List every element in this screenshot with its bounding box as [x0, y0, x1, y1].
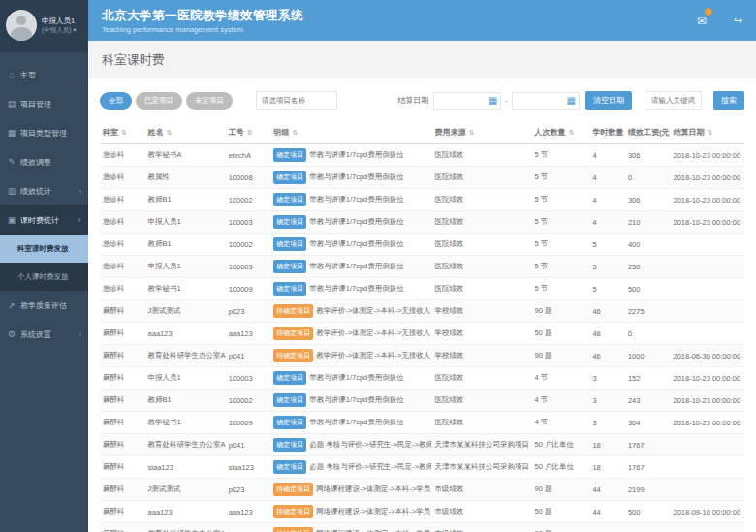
cell-salary: 1767 — [625, 434, 671, 456]
column-header[interactable]: 科室⇅ — [100, 121, 145, 144]
table-row[interactable]: 急诊科教属性100008确定项目带教与讲课1/7cpd费用倒拨位医院绩效5 节4… — [100, 167, 744, 189]
table-row[interactable]: 急诊科教学秘书1100009确定项目带教与讲课1/7cpd费用倒拨位医院绩效5 … — [100, 278, 744, 300]
sort-icon[interactable]: ⇅ — [247, 129, 253, 136]
table-row[interactable]: 麻醉科教育处科研学生办公室Ap041确定项目必题 考核与评价->研究生->民定-… — [100, 434, 744, 456]
cell-name: 申报人员1 — [145, 211, 226, 234]
cell-name: 教育处科研学生办公室A — [145, 345, 226, 367]
cell-quantity: 4 节 — [532, 367, 590, 390]
cell-cost-source: 医院绩效 — [431, 412, 531, 434]
table-row[interactable]: 急诊科申报人员1100003确定项目带教与讲课1/7cpd费用倒拨位医院绩效5 … — [100, 256, 744, 278]
project-name-input[interactable] — [256, 91, 337, 110]
table-row[interactable]: 急诊科教学秘书AetechA确定项目带教与讲课1/7cpd费用倒拨位医院绩效5 … — [100, 144, 744, 167]
cell-cost-source: 市级绩效 — [431, 479, 531, 501]
sidebar-subitem-personal-fee[interactable]: 个人课时费发放 — [0, 263, 88, 291]
table-row[interactable]: 麻醉科siaa123siaa123确定项目必题 考核与评价->研究生->民定->… — [100, 456, 744, 479]
sidebar-item-performance-adjust[interactable]: ✎绩效调整 — [0, 147, 88, 176]
column-header[interactable]: 姓名⇅ — [145, 121, 226, 144]
sort-icon[interactable]: ⇅ — [121, 129, 127, 136]
sidebar-item-project-type-management[interactable]: ▦项目类型管理 — [0, 118, 88, 147]
table-row[interactable]: 麻醉科教学秘书1100009确定项目带教与讲课1/7cpd费用倒拨位医院绩效4 … — [100, 412, 744, 434]
sort-icon[interactable]: ⇅ — [707, 129, 712, 136]
cell-salary: 500 — [625, 278, 671, 300]
cell-name: aaa123 — [145, 323, 226, 345]
calendar-icon[interactable]: ▦ — [488, 96, 497, 106]
search-button[interactable]: 搜索 — [713, 91, 744, 110]
cell-employee-id: 100003 — [226, 256, 271, 278]
table-row[interactable]: 急诊科教师B1100002确定项目带教与讲课1/7cpd费用倒拨位医院绩效5 节… — [100, 234, 744, 256]
cell-name: aaa123 — [145, 501, 226, 523]
cell-employee-id: p041 — [226, 523, 271, 532]
table-row[interactable]: 急诊科申报人员1100003确定项目带教与讲课1/7cpd费用倒拨位医院绩效5 … — [100, 211, 744, 234]
date-end-input[interactable]: ▦ — [512, 92, 580, 110]
toolbar: 全部 已定项目 未定项目 结算日期 ▦ - ▦ 清空日期 搜索 — [100, 87, 744, 121]
table-row[interactable]: 麻醉科申报人员1100003确定项目带教与讲课1/7cpd费用倒拨位医院绩效4 … — [100, 367, 744, 390]
page-title: 科室课时费 — [88, 41, 756, 78]
cell-name: 教属性 — [145, 167, 226, 189]
logout-icon[interactable]: ↪ — [734, 15, 742, 27]
sidebar-item-project-management[interactable]: ▤项目管理 — [0, 89, 88, 118]
table-row[interactable]: 麻醉科aaa123aaa123待确定项目网络课程建设->体测定->本科->学员市… — [100, 501, 744, 523]
column-header[interactable]: 费用来源⇅ — [431, 121, 531, 144]
cell-quantity: 50 户比单位 — [532, 456, 590, 479]
cell-department: 麻醉科 — [100, 501, 145, 523]
sidebar-item-system-settings[interactable]: ⚙系统设置› — [0, 320, 88, 349]
cell-quantity: 50 题 — [532, 501, 590, 523]
date-separator: - — [505, 96, 508, 105]
table-row[interactable]: 麻醉科J测试测试p023待确定项目教学评价->体测定->本科->无接收人学校绩效… — [100, 300, 744, 323]
line-chart-icon: ⇗ — [7, 300, 16, 310]
table-row[interactable]: 麻醉科教育处科研学生办公室Ap041待确定项目教学评价->体测定->本科->无接… — [100, 345, 744, 367]
detail-text: 教学评价->体测定->本科->无接收人 — [316, 306, 430, 315]
sidebar-subitem-dept-fee[interactable]: 科室课时费发放 — [0, 235, 88, 263]
cell-name: 教育处科研学生办公室A — [145, 434, 226, 456]
cell-detail: 确定项目带教与讲课1/7cpd费用倒拨位 — [270, 167, 431, 189]
table-row[interactable]: 麻醉科aaa123aaa123待确定项目教学评价->体测定->本科->无接收人学… — [100, 323, 744, 345]
cell-cost-source: 市级绩效 — [431, 523, 531, 532]
detail-text: 带教与讲课1/7cpd费用倒拨位 — [309, 150, 404, 159]
filter-all-button[interactable]: 全部 — [100, 92, 132, 110]
status-badge: 待确定项目 — [273, 505, 313, 518]
table-row[interactable]: 麻醉科教育处科研学生办公室Ap041待确定项目网络课程建设->体测定->本科->… — [100, 523, 744, 532]
calendar-icon[interactable]: ▦ — [567, 96, 576, 106]
sort-icon[interactable]: ⇅ — [468, 129, 474, 136]
cell-hours: 44 — [589, 501, 625, 523]
column-header[interactable]: 结算日期⇅ — [670, 121, 744, 144]
sidebar-item-teaching-quality-eval[interactable]: ⇗教学质量评估 — [0, 291, 88, 320]
cell-settle-date — [670, 323, 744, 345]
date-start-input[interactable]: ▦ — [433, 92, 501, 110]
column-header[interactable]: 学时数量⇅ — [589, 121, 625, 144]
status-badge: 确定项目 — [273, 416, 306, 429]
cell-department: 麻醉科 — [100, 345, 145, 367]
cell-employee-id: 100003 — [226, 211, 271, 234]
cell-hours: 3 — [589, 390, 625, 412]
sort-icon[interactable]: ⇅ — [569, 129, 575, 136]
column-header[interactable]: 人次数量⇅ — [532, 121, 590, 144]
clear-date-button[interactable]: 清空日期 — [585, 91, 632, 110]
filter-unconfirmed-button[interactable]: 未定项目 — [186, 92, 233, 110]
table-row[interactable]: 麻醉科J测试测试p023待确定项目网络课程建设->体测定->本科->学员市级绩效… — [100, 479, 744, 501]
sort-icon[interactable]: ⇅ — [292, 129, 298, 136]
sidebar-item-performance-stats[interactable]: ▥绩效统计› — [0, 176, 88, 205]
filter-confirmed-button[interactable]: 已定项目 — [136, 92, 182, 110]
sort-icon[interactable]: ⇅ — [167, 129, 173, 136]
cell-quantity: 4 节 — [532, 390, 590, 412]
table-row[interactable]: 急诊科教师B1100002确定项目带教与讲课1/7cpd费用倒拨位医院绩效5 节… — [100, 189, 744, 211]
user-role-dropdown[interactable]: (申报人员) ▾ — [42, 26, 76, 34]
message-icon[interactable]: ✉ — [697, 12, 707, 29]
cell-hours: 5 — [589, 278, 625, 300]
status-badge: 待确定项目 — [273, 527, 313, 532]
detail-text: 带教与讲课1/7cpd费用倒拨位 — [309, 217, 404, 226]
gear-icon: ⚙ — [7, 329, 16, 339]
column-header[interactable]: 绩效工资(元)⇅ — [625, 121, 671, 144]
cell-detail: 确定项目带教与讲课1/7cpd费用倒拨位 — [270, 256, 431, 278]
column-header[interactable]: 工号⇅ — [226, 121, 271, 144]
sidebar-item-home[interactable]: ⌂主页 — [0, 60, 88, 89]
table-row[interactable]: 麻醉科教师B1100002确定项目带教与讲课1/7cpd费用倒拨位医院绩效4 节… — [100, 390, 744, 412]
cell-settle-date — [670, 523, 744, 532]
cell-cost-source: 医院绩效 — [431, 234, 531, 256]
detail-text: 教学评价->体测定->本科->无接收人 — [316, 329, 430, 337]
cell-hours: 3 — [589, 367, 625, 390]
sidebar-item-fee-stats[interactable]: ▣课时费统计∨ — [0, 205, 88, 235]
sidebar-item-label: 项目类型管理 — [20, 128, 67, 139]
column-header[interactable]: 明细⇅ — [270, 121, 431, 144]
keyword-search-input[interactable] — [646, 91, 702, 110]
